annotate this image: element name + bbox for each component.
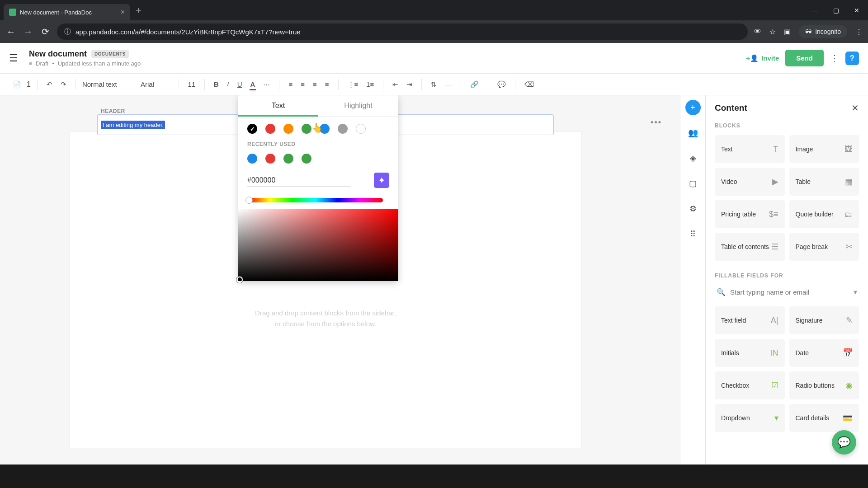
undo-icon[interactable]: ↶ — [44, 79, 55, 90]
send-button[interactable]: Send — [785, 50, 824, 66]
recent-swatch-3[interactable] — [283, 154, 293, 164]
variables-icon[interactable]: ◈ — [685, 150, 701, 166]
invite-button[interactable]: +👤 Invite — [746, 54, 779, 62]
swatch-green[interactable] — [302, 124, 311, 134]
color-tab-text[interactable]: Text — [238, 95, 318, 116]
align-justify-icon[interactable]: ≡ — [322, 79, 332, 90]
incognito-badge[interactable]: 🕶 Incognito — [799, 25, 847, 38]
more-formatting-icon[interactable]: ⋯ — [260, 79, 273, 90]
browser-tab[interactable]: New document - PandaDoc × — [4, 4, 130, 20]
selected-header-text: I am editing my header. — [101, 121, 165, 129]
color-tab-highlight[interactable]: Highlight — [318, 95, 398, 116]
comment-add-icon[interactable]: 💬 — [495, 79, 509, 90]
recent-swatch-1[interactable] — [247, 154, 257, 164]
recipient-search-input[interactable] — [730, 288, 849, 296]
underline-button[interactable]: U — [235, 79, 245, 90]
swatch-black[interactable] — [247, 124, 257, 134]
align-center-icon[interactable]: ≡ — [298, 79, 307, 90]
swatch-orange[interactable] — [283, 124, 293, 134]
hue-thumb[interactable] — [245, 197, 253, 204]
recent-swatch-2[interactable] — [265, 154, 275, 164]
font-size-input[interactable]: 11 — [185, 80, 198, 88]
block-pricing-table[interactable]: Pricing table$≡ — [715, 200, 785, 228]
hamburger-menu-icon[interactable]: ☰ — [9, 52, 18, 64]
add-content-button[interactable]: + — [685, 100, 701, 115]
font-family-select[interactable]: Arial — [141, 80, 172, 88]
extensions-icon[interactable]: ▣ — [784, 28, 791, 36]
forward-icon[interactable]: → — [23, 27, 33, 37]
image-icon: 🖼 — [844, 145, 853, 154]
field-radio[interactable]: Radio buttons◉ — [789, 371, 859, 399]
panel-close-icon[interactable]: ✕ — [851, 103, 859, 113]
site-info-icon[interactable]: ⓘ — [64, 28, 71, 36]
radio-icon: ◉ — [845, 380, 853, 390]
browser-menu-icon[interactable]: ⋮ — [855, 28, 863, 36]
more-menu-icon[interactable]: ⋮ — [830, 53, 839, 64]
reload-icon[interactable]: ⟳ — [40, 26, 51, 37]
document-updated: Updated less than a minute ago — [58, 60, 141, 67]
indent-increase-icon[interactable]: ⇥ — [404, 79, 415, 90]
saturation-thumb[interactable] — [236, 277, 243, 283]
bold-button[interactable]: B — [211, 79, 222, 90]
italic-button[interactable]: I — [224, 79, 232, 90]
block-more-icon[interactable]: ••• — [651, 118, 662, 127]
url-input[interactable]: ⓘ app.pandadoc.com/a/#/documents/2UzYiBK… — [57, 23, 748, 40]
workflow-icon[interactable]: ⚙ — [685, 201, 701, 216]
line-spacing-icon[interactable]: ⇅ — [428, 79, 439, 90]
field-initials[interactable]: InitialsIN — [715, 339, 785, 367]
block-table[interactable]: Table▦ — [789, 168, 859, 196]
close-window-icon[interactable]: ✕ — [853, 7, 861, 14]
field-date[interactable]: Date📅 — [789, 339, 859, 367]
recent-swatch-4[interactable] — [302, 154, 311, 164]
new-tab-button[interactable]: + — [136, 5, 142, 16]
text-color-button[interactable]: A — [248, 79, 258, 90]
checkbox-icon: ☑ — [771, 380, 778, 390]
align-right-icon[interactable]: ≡ — [310, 79, 320, 90]
block-text[interactable]: TextT — [715, 135, 785, 163]
bullet-list-icon[interactable]: ⋮≡ — [345, 79, 361, 90]
align-left-icon[interactable]: ≡ — [286, 79, 295, 90]
document-title[interactable]: New document — [29, 49, 87, 59]
add-color-button[interactable]: ✦ — [374, 173, 389, 188]
chevron-down-icon[interactable]: ▾ — [854, 288, 857, 296]
block-toc[interactable]: Table of contents☰ — [715, 233, 785, 261]
redo-icon[interactable]: ↷ — [58, 79, 69, 90]
swatch-blue[interactable] — [320, 124, 330, 134]
back-icon[interactable]: ← — [5, 27, 16, 37]
field-card-details[interactable]: Card details💳 — [789, 404, 859, 432]
saturation-picker[interactable] — [238, 209, 398, 281]
field-signature[interactable]: Signature✎ — [789, 306, 859, 334]
swatch-white[interactable] — [356, 124, 366, 134]
layout-icon[interactable]: ▢ — [685, 176, 701, 191]
apps-grid-icon[interactable]: ⠿ — [685, 226, 701, 242]
block-image[interactable]: Image🖼 — [789, 135, 859, 163]
hue-slider[interactable] — [247, 198, 383, 202]
hex-input[interactable] — [247, 174, 351, 187]
link-icon[interactable]: 🔗 — [467, 79, 481, 90]
block-video[interactable]: Video▶ — [715, 168, 785, 196]
paragraph-style-select[interactable]: Normal text — [82, 80, 127, 88]
tab-close-icon[interactable]: × — [121, 8, 125, 16]
minimize-icon[interactable]: ― — [811, 7, 819, 14]
block-quote-builder[interactable]: Quote builder🗂 — [789, 200, 859, 228]
recipients-icon[interactable]: 👥 — [685, 125, 701, 141]
pages-icon[interactable]: 📄 — [10, 79, 24, 90]
chat-bubble-button[interactable]: 💬 — [832, 430, 856, 455]
indent-decrease-icon[interactable]: ⇤ — [390, 79, 401, 90]
field-checkbox[interactable]: Checkbox☑ — [715, 371, 785, 399]
field-text[interactable]: Text fieldA| — [715, 306, 785, 334]
blocks-grid: TextT Image🖼 Video▶ Table▦ Pricing table… — [715, 135, 859, 261]
numbered-list-icon[interactable]: 1≡ — [363, 79, 377, 90]
eye-off-icon[interactable]: 👁 — [754, 28, 761, 36]
bookmark-star-icon[interactable]: ☆ — [769, 28, 776, 36]
recipient-search[interactable]: 🔍 ▾ — [715, 285, 859, 299]
swatch-gray[interactable] — [338, 124, 348, 134]
fillable-section-label: FILLABLE FIELDS FOR — [715, 272, 859, 279]
clear-formatting-icon[interactable]: ⌫ — [522, 79, 537, 90]
maximize-icon[interactable]: ▢ — [832, 7, 840, 14]
swatch-red[interactable] — [265, 124, 275, 134]
document-canvas[interactable]: ••• HEADER I am editing my header. ⊞ 💬 H… — [0, 95, 680, 488]
field-dropdown[interactable]: Dropdown▾ — [715, 404, 785, 432]
help-button[interactable]: ? — [845, 52, 859, 65]
block-page-break[interactable]: Page break✂ — [789, 233, 859, 261]
